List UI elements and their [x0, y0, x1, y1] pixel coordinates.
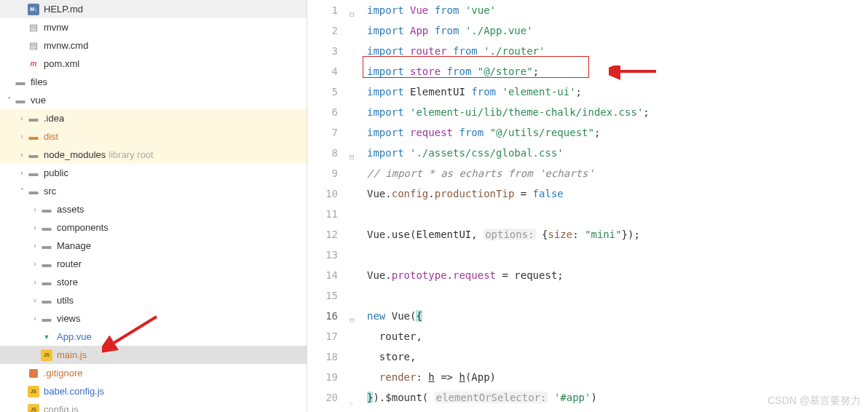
fold-icon[interactable]: ⌞: [350, 392, 355, 412]
code-line[interactable]: Vue.config.productionTip = false: [367, 183, 868, 204]
line-number: 17: [307, 326, 338, 346]
tree-item[interactable]: ›▬assets: [0, 200, 307, 218]
tree-item-label: node_modules: [44, 149, 106, 160]
chevron-icon[interactable]: ›: [16, 131, 28, 143]
chevron-icon[interactable]: ›: [29, 313, 41, 325]
tree-item[interactable]: ›▬store: [0, 273, 307, 291]
chevron-icon[interactable]: ›: [29, 240, 41, 252]
tree-item-label: vue: [31, 95, 46, 106]
line-number: 8: [307, 143, 338, 163]
code-area[interactable]: import Vue from 'vue'import App from './…: [361, 0, 868, 412]
code-line[interactable]: router,: [367, 326, 868, 346]
code-line[interactable]: import 'element-ui/lib/theme-chalk/index…: [367, 102, 868, 122]
chevron-icon[interactable]: ›: [29, 204, 41, 215]
fold-column: ⊟⊟⊟⌞: [350, 0, 361, 412]
chevron-icon[interactable]: ›: [16, 149, 28, 161]
code-line[interactable]: Vue.prototype.request = request;: [367, 265, 868, 285]
chevron-icon[interactable]: ›: [29, 222, 41, 234]
line-number: 12: [307, 224, 338, 245]
code-line[interactable]: import store from "@/store";: [367, 61, 868, 82]
tree-item-label: main.js: [57, 349, 87, 360]
tree-item-label: router: [57, 258, 82, 269]
code-editor[interactable]: 1234567891011121314151617181920 ⊟⊟⊟⌞ imp…: [307, 0, 868, 412]
tree-item-label: babel.config.js: [44, 386, 104, 397]
code-line[interactable]: import './assets/css/global.css': [367, 143, 868, 163]
line-number: 16: [307, 306, 338, 326]
code-line[interactable]: Vue.use(ElementUI, options: {size: "mini…: [367, 224, 868, 245]
chevron-icon[interactable]: ›: [16, 167, 28, 179]
tree-item[interactable]: JSmain.js: [0, 346, 307, 364]
tree-item-label: App.vue: [57, 331, 92, 342]
tree-item[interactable]: ›▬components: [0, 218, 307, 237]
fold-icon[interactable]: ⊟: [350, 310, 355, 330]
line-number: 10: [307, 183, 338, 204]
line-number: 9: [307, 163, 338, 183]
tree-item[interactable]: mpom.xml: [0, 55, 307, 73]
tree-item[interactable]: ▤mvnw: [0, 18, 307, 36]
tree-item-label: assets: [57, 204, 84, 215]
code-line[interactable]: import App from './App.vue': [367, 20, 868, 41]
line-number: 15: [307, 285, 338, 306]
tree-item[interactable]: ›▬Manage: [0, 237, 307, 255]
chevron-icon[interactable]: ›: [29, 277, 41, 288]
tree-item[interactable]: ˅▬vue: [0, 91, 307, 109]
tree-item-label: pom.xml: [44, 58, 79, 69]
tree-item[interactable]: ›▬dist: [0, 127, 307, 146]
line-number: 14: [307, 265, 338, 285]
tree-item-label: HELP.md: [44, 4, 83, 15]
code-line[interactable]: import Vue from 'vue': [367, 0, 868, 20]
tree-item-label: mvnw: [44, 22, 68, 33]
code-line[interactable]: import ElementUI from 'element-ui';: [367, 82, 868, 102]
code-line[interactable]: import request from "@/utils/request";: [367, 122, 868, 143]
tree-item-label: src: [44, 186, 56, 197]
code-line[interactable]: [367, 204, 868, 224]
tree-item[interactable]: ›▬utils: [0, 291, 307, 309]
chevron-icon[interactable]: ˅: [3, 95, 15, 106]
tree-item[interactable]: ›▬node_moduleslibrary root: [0, 146, 307, 164]
code-line[interactable]: // import * as echarts from 'echarts': [367, 163, 868, 183]
code-line[interactable]: [367, 245, 868, 265]
code-line[interactable]: import router from './router': [367, 41, 868, 61]
tree-item[interactable]: JSconfig.js: [0, 400, 307, 412]
code-line[interactable]: store,: [367, 346, 868, 367]
line-number: 20: [307, 387, 338, 408]
tree-item-label: views: [57, 313, 81, 324]
tree-item[interactable]: ▼App.vue: [0, 328, 307, 346]
tree-item[interactable]: ›▬router: [0, 255, 307, 273]
tree-item-suffix: library root: [108, 149, 153, 160]
line-number: 18: [307, 346, 338, 367]
tree-item-label: public: [44, 167, 68, 178]
fold-icon[interactable]: ⊟: [350, 147, 355, 167]
fold-icon[interactable]: ⊟: [350, 4, 355, 25]
chevron-icon[interactable]: ›: [29, 295, 41, 306]
code-line[interactable]: render: h => h(App): [367, 367, 868, 387]
chevron-icon[interactable]: ›: [16, 113, 28, 124]
line-number: 19: [307, 367, 338, 387]
tree-item[interactable]: M↓HELP.md: [0, 0, 307, 18]
tree-item[interactable]: ▤mvnw.cmd: [0, 36, 307, 55]
tree-item-label: Manage: [57, 240, 91, 251]
line-number: 7: [307, 122, 338, 143]
line-number: 4: [307, 61, 338, 82]
tree-item-label: mvnw.cmd: [44, 40, 88, 51]
tree-item[interactable]: .gitignore: [0, 364, 307, 382]
code-line[interactable]: [367, 285, 868, 306]
line-number: 6: [307, 102, 338, 122]
tree-item-label: utils: [57, 295, 74, 306]
tree-item[interactable]: JSbabel.config.js: [0, 382, 307, 400]
tree-item-label: files: [31, 76, 47, 87]
tree-item[interactable]: ›▬views: [0, 309, 307, 328]
line-gutter: 1234567891011121314151617181920: [307, 0, 350, 412]
ide-root: M↓HELP.md▤mvnw▤mvnw.cmdmpom.xml▬files˅▬v…: [0, 0, 868, 412]
code-line[interactable]: new Vue({: [367, 306, 868, 326]
line-number: 3: [307, 41, 338, 61]
chevron-icon[interactable]: ›: [29, 258, 41, 270]
tree-item-label: store: [57, 277, 78, 288]
project-tree[interactable]: M↓HELP.md▤mvnw▤mvnw.cmdmpom.xml▬files˅▬v…: [0, 0, 307, 412]
tree-item[interactable]: ›▬.idea: [0, 109, 307, 127]
tree-item[interactable]: ▬files: [0, 73, 307, 91]
line-number: 1: [307, 0, 338, 20]
tree-item[interactable]: ›▬public: [0, 164, 307, 182]
chevron-icon[interactable]: ˅: [16, 186, 28, 197]
tree-item[interactable]: ˅▬src: [0, 182, 307, 200]
